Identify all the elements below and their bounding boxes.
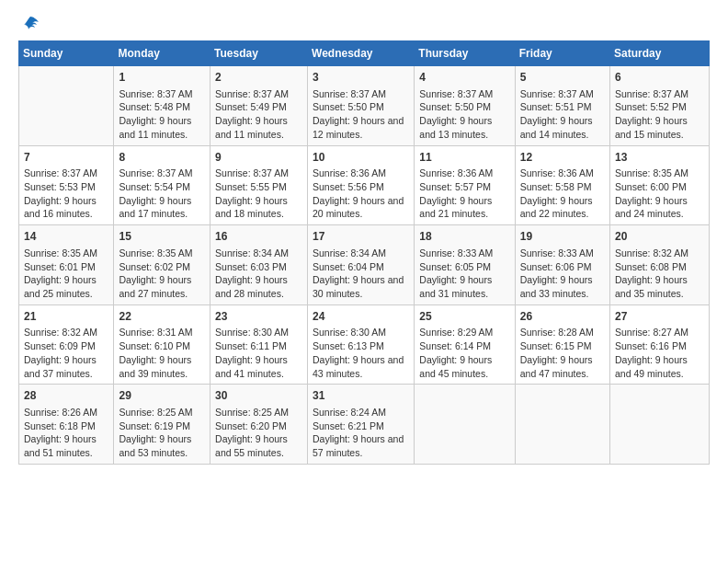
day-number: 28 <box>24 388 108 404</box>
daylight-text: Daylight: 9 hours and 41 minutes. <box>215 353 302 380</box>
daylight-text: Daylight: 9 hours and 16 minutes. <box>24 194 108 221</box>
sunset-text: Sunset: 5:52 PM <box>615 100 704 114</box>
sunrise-text: Sunrise: 8:36 AM <box>419 167 509 180</box>
daylight-text: Daylight: 9 hours and 49 minutes. <box>615 353 704 380</box>
calendar-cell: 7Sunrise: 8:37 AMSunset: 5:53 PMDaylight… <box>19 145 114 225</box>
calendar-cell: 12Sunrise: 8:36 AMSunset: 5:58 PMDayligh… <box>515 145 609 225</box>
sunrise-text: Sunrise: 8:31 AM <box>119 326 205 339</box>
calendar-week-row: 7Sunrise: 8:37 AMSunset: 5:53 PMDaylight… <box>19 145 710 225</box>
day-number: 18 <box>419 229 509 245</box>
day-number: 22 <box>119 309 205 325</box>
daylight-text: Daylight: 9 hours and 43 minutes. <box>313 353 409 380</box>
weekday-header-monday: Monday <box>114 41 210 66</box>
day-number: 3 <box>313 70 409 86</box>
sunset-text: Sunset: 5:50 PM <box>313 100 409 114</box>
sunrise-text: Sunrise: 8:37 AM <box>419 87 509 101</box>
daylight-text: Daylight: 9 hours and 27 minutes. <box>119 273 205 300</box>
sunset-text: Sunset: 6:05 PM <box>419 260 509 274</box>
daylight-text: Daylight: 9 hours and 25 minutes. <box>24 273 108 300</box>
daylight-text: Daylight: 9 hours and 13 minutes. <box>419 114 509 141</box>
calendar-cell: 3Sunrise: 8:37 AMSunset: 5:50 PMDaylight… <box>308 66 415 146</box>
calendar-cell: 23Sunrise: 8:30 AMSunset: 6:11 PMDayligh… <box>210 304 308 385</box>
weekday-header-sunday: Sunday <box>19 41 114 66</box>
calendar-cell: 24Sunrise: 8:30 AMSunset: 6:13 PMDayligh… <box>308 304 415 385</box>
daylight-text: Daylight: 9 hours and 20 minutes. <box>313 194 409 221</box>
calendar-cell: 11Sunrise: 8:36 AMSunset: 5:57 PMDayligh… <box>415 145 515 225</box>
sunrise-text: Sunrise: 8:37 AM <box>313 87 409 101</box>
calendar-cell: 10Sunrise: 8:36 AMSunset: 5:56 PMDayligh… <box>308 145 415 225</box>
sunset-text: Sunset: 5:49 PM <box>215 100 302 114</box>
calendar-cell: 22Sunrise: 8:31 AMSunset: 6:10 PMDayligh… <box>114 304 210 385</box>
day-number: 26 <box>520 309 605 325</box>
sunrise-text: Sunrise: 8:34 AM <box>313 247 409 260</box>
calendar-cell: 2Sunrise: 8:37 AMSunset: 5:49 PMDaylight… <box>210 66 308 146</box>
sunset-text: Sunset: 5:51 PM <box>520 100 605 114</box>
day-number: 30 <box>215 388 302 404</box>
calendar-cell: 19Sunrise: 8:33 AMSunset: 6:06 PMDayligh… <box>515 225 609 305</box>
daylight-text: Daylight: 9 hours and 11 minutes. <box>119 114 205 141</box>
weekday-header-wednesday: Wednesday <box>308 41 415 66</box>
sunrise-text: Sunrise: 8:30 AM <box>215 326 302 339</box>
day-number: 29 <box>119 388 205 404</box>
daylight-text: Daylight: 9 hours and 45 minutes. <box>419 353 509 380</box>
calendar-week-row: 14Sunrise: 8:35 AMSunset: 6:01 PMDayligh… <box>19 225 710 305</box>
calendar-cell: 6Sunrise: 8:37 AMSunset: 5:52 PMDaylight… <box>610 66 710 146</box>
day-number: 8 <box>119 150 205 166</box>
daylight-text: Daylight: 9 hours and 35 minutes. <box>615 273 704 300</box>
sunset-text: Sunset: 5:56 PM <box>313 180 409 194</box>
calendar-week-row: 28Sunrise: 8:26 AMSunset: 6:18 PMDayligh… <box>19 385 710 465</box>
sunrise-text: Sunrise: 8:33 AM <box>520 247 605 260</box>
page-header <box>18 18 710 31</box>
weekday-header-friday: Friday <box>515 41 609 66</box>
sunset-text: Sunset: 5:48 PM <box>119 100 205 114</box>
day-number: 5 <box>520 70 605 86</box>
calendar-cell: 17Sunrise: 8:34 AMSunset: 6:04 PMDayligh… <box>308 225 415 305</box>
day-number: 1 <box>119 70 205 86</box>
calendar-cell: 8Sunrise: 8:37 AMSunset: 5:54 PMDaylight… <box>114 145 210 225</box>
sunrise-text: Sunrise: 8:37 AM <box>119 87 205 101</box>
sunset-text: Sunset: 5:50 PM <box>419 100 509 114</box>
sunset-text: Sunset: 6:03 PM <box>215 260 302 274</box>
day-number: 25 <box>419 309 509 325</box>
sunset-text: Sunset: 6:08 PM <box>615 260 704 274</box>
sunrise-text: Sunrise: 8:36 AM <box>520 167 605 180</box>
daylight-text: Daylight: 9 hours and 21 minutes. <box>419 194 509 221</box>
daylight-text: Daylight: 9 hours and 57 minutes. <box>313 432 409 459</box>
day-number: 31 <box>313 388 409 404</box>
day-number: 7 <box>24 150 108 166</box>
day-number: 16 <box>215 229 302 245</box>
daylight-text: Daylight: 9 hours and 31 minutes. <box>419 273 509 300</box>
daylight-text: Daylight: 9 hours and 37 minutes. <box>24 353 108 380</box>
calendar-cell: 16Sunrise: 8:34 AMSunset: 6:03 PMDayligh… <box>210 225 308 305</box>
daylight-text: Daylight: 9 hours and 15 minutes. <box>615 114 704 141</box>
logo-bird-icon <box>20 15 40 35</box>
sunrise-text: Sunrise: 8:37 AM <box>119 167 205 180</box>
sunset-text: Sunset: 6:10 PM <box>119 339 205 353</box>
calendar-week-row: 21Sunrise: 8:32 AMSunset: 6:09 PMDayligh… <box>19 304 710 385</box>
sunrise-text: Sunrise: 8:25 AM <box>215 406 302 419</box>
calendar-cell: 27Sunrise: 8:27 AMSunset: 6:16 PMDayligh… <box>610 304 710 385</box>
calendar-cell <box>610 385 710 465</box>
daylight-text: Daylight: 9 hours and 14 minutes. <box>520 114 605 141</box>
day-number: 23 <box>215 309 302 325</box>
daylight-text: Daylight: 9 hours and 28 minutes. <box>215 273 302 300</box>
calendar-cell: 14Sunrise: 8:35 AMSunset: 6:01 PMDayligh… <box>19 225 114 305</box>
daylight-text: Daylight: 9 hours and 17 minutes. <box>119 194 205 221</box>
sunset-text: Sunset: 6:11 PM <box>215 339 302 353</box>
calendar-cell <box>19 66 114 146</box>
sunrise-text: Sunrise: 8:35 AM <box>24 247 108 260</box>
sunrise-text: Sunrise: 8:37 AM <box>520 87 605 101</box>
weekday-header-saturday: Saturday <box>610 41 710 66</box>
day-number: 13 <box>615 150 704 166</box>
day-number: 24 <box>313 309 409 325</box>
daylight-text: Daylight: 9 hours and 33 minutes. <box>520 273 605 300</box>
sunrise-text: Sunrise: 8:37 AM <box>615 87 704 101</box>
calendar-body: 1Sunrise: 8:37 AMSunset: 5:48 PMDaylight… <box>19 66 710 465</box>
weekday-header-thursday: Thursday <box>415 41 515 66</box>
daylight-text: Daylight: 9 hours and 11 minutes. <box>215 114 302 141</box>
day-number: 17 <box>313 229 409 245</box>
sunrise-text: Sunrise: 8:37 AM <box>24 167 108 180</box>
weekday-header-row: SundayMondayTuesdayWednesdayThursdayFrid… <box>19 41 710 66</box>
sunset-text: Sunset: 6:09 PM <box>24 339 108 353</box>
sunset-text: Sunset: 6:01 PM <box>24 260 108 274</box>
